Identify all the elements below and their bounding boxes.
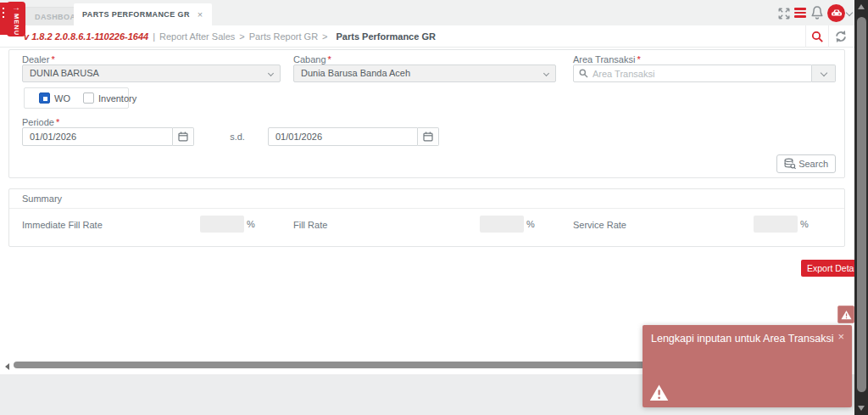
periode-label: Periode* [22, 117, 59, 127]
car-icon [831, 8, 843, 18]
breadcrumb-divider: | [153, 31, 155, 42]
cabang-label: Cabang* [293, 54, 331, 64]
immediate-fill-rate-value [200, 216, 244, 233]
chevron-down-icon [268, 70, 274, 76]
service-rate-value [754, 216, 798, 233]
vscroll-up-arrow[interactable] [858, 4, 865, 9]
checkbox-unchecked-icon [83, 93, 94, 104]
top-bar: → MENU DASHBOARD PARTS PERFORMANCE GR × [0, 0, 854, 25]
calendar-icon[interactable] [418, 127, 439, 146]
dealer-select[interactable]: DUNIA BARUSA [22, 64, 281, 82]
warning-triangle-icon [841, 310, 852, 320]
breadcrumb-separator: > [322, 31, 327, 42]
filter-panel: Dealer* DUNIA BARUSA Cabang* Dunia Barus… [8, 49, 845, 178]
area-transaksi-dropdown-button[interactable] [812, 64, 836, 82]
vertical-scrollbar-track [854, 0, 868, 415]
search-button[interactable]: Search [776, 154, 836, 173]
database-search-icon [784, 158, 796, 170]
vertical-scrollbar[interactable] [857, 17, 866, 392]
tab-active-label: PARTS PERFORMANCE GR [82, 10, 190, 19]
chevron-down-icon [543, 70, 549, 76]
date-range-separator: s.d. [221, 132, 253, 142]
tab-close-icon[interactable]: × [198, 9, 203, 20]
search-button-label: Search [798, 159, 828, 169]
percent-unit: % [800, 219, 809, 229]
menu-expand-icon: → [12, 3, 20, 13]
toast-message: Lengkapi inputan untuk Area Transaksi [651, 333, 833, 345]
fill-rate-label: Fill Rate [293, 220, 327, 230]
chevron-down-icon[interactable] [846, 9, 853, 16]
chevron-down-icon [820, 69, 826, 76]
toast-notification: Lengkapi inputan untuk Area Transaksi × [643, 325, 852, 407]
area-transaksi-group [573, 64, 836, 82]
breadcrumb-level1[interactable]: Report After Sales [159, 31, 235, 42]
search-icon [579, 69, 588, 78]
breadcrumb: v 1.8.2 2.0.8.6.1-110226-1644 | Report A… [0, 25, 854, 48]
inventory-checkbox[interactable]: Inventory [83, 93, 136, 104]
menu-lines-icon[interactable] [794, 8, 806, 20]
service-rate-label: Service Rate [573, 220, 626, 230]
horizontal-scrollbar[interactable] [14, 362, 647, 368]
tab-parts-performance-gr[interactable]: PARTS PERFORMANCE GR × [74, 3, 212, 25]
bell-icon[interactable] [810, 5, 824, 24]
user-avatar[interactable] [827, 4, 845, 22]
calendar-icon[interactable] [173, 127, 194, 146]
percent-unit: % [247, 219, 255, 229]
warning-triangle-icon [649, 384, 669, 401]
warning-indicator-button[interactable] [837, 306, 854, 323]
breadcrumb-level2[interactable]: Parts Report GR [249, 31, 318, 42]
refresh-icon[interactable] [834, 30, 848, 45]
inventory-label: Inventory [98, 93, 136, 104]
menu-flyout-tab[interactable]: → MENU [7, 2, 25, 36]
fill-rate-value [480, 216, 524, 233]
percent-unit: % [526, 219, 535, 229]
dealer-value: DUNIA BARUSA [30, 68, 99, 78]
checkbox-checked-icon [39, 93, 50, 104]
toast-close-icon[interactable]: × [837, 330, 844, 343]
summary-panel: Summary Immediate Fill Rate % Fill Rate … [8, 188, 845, 247]
main-content: v 1.8.2 2.0.8.6.1-110226-1644 | Report A… [0, 25, 854, 374]
summary-header: Summary [9, 189, 844, 209]
periode-from-input[interactable] [22, 127, 173, 146]
menu-label: MENU [13, 14, 20, 36]
breadcrumb-current: Parts Performance GR [337, 31, 436, 42]
summary-title: Summary [22, 193, 62, 204]
app-version: v 1.8.2 2.0.8.6.1-110226-1644 [24, 31, 148, 42]
breadcrumb-separator: > [239, 31, 244, 42]
wo-checkbox[interactable]: WO [39, 93, 70, 104]
periode-to-input[interactable] [268, 127, 418, 146]
type-checkbox-group: WO Inventory [24, 87, 129, 109]
search-icon [811, 31, 824, 43]
dealer-label: Dealer* [22, 54, 55, 64]
fullscreen-icon[interactable] [778, 8, 790, 23]
vscroll-down-arrow[interactable] [858, 406, 865, 411]
area-transaksi-input[interactable] [573, 64, 812, 82]
cabang-select[interactable]: Dunia Barusa Banda Aceh [293, 64, 556, 82]
cabang-value: Dunia Barusa Banda Aceh [301, 68, 410, 78]
immediate-fill-rate-label: Immediate Fill Rate [22, 220, 103, 230]
wo-label: WO [54, 93, 70, 104]
global-search-button[interactable] [805, 25, 829, 48]
area-transaksi-label: Area Transaksi* [573, 54, 641, 64]
hscroll-left-arrow[interactable] [5, 363, 9, 370]
